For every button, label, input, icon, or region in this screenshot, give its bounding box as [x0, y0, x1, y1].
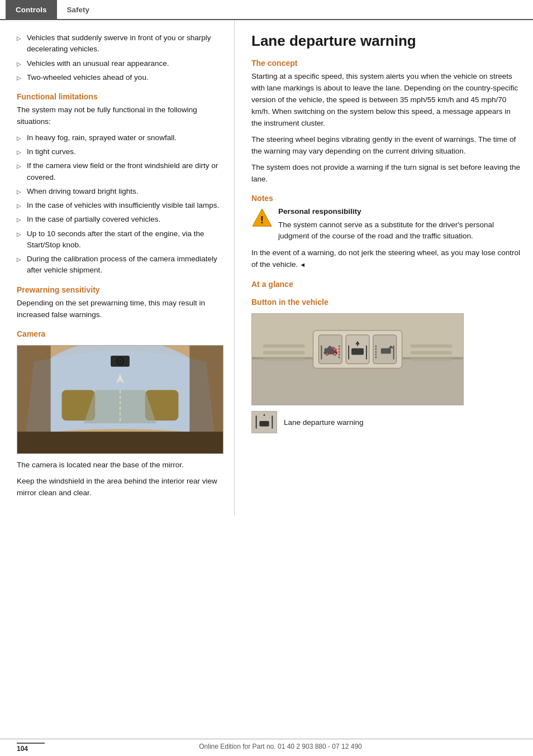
icon-caption-row: Lane departure warning — [251, 411, 521, 433]
notes-box: ! Personal responsibility The system can… — [251, 206, 521, 242]
camera-caption2: Keep the windshield in the area behind t… — [17, 476, 222, 499]
return-arrow: ◄ — [298, 261, 306, 268]
svg-rect-2 — [17, 432, 223, 454]
svg-rect-34 — [381, 348, 391, 353]
svg-rect-40 — [410, 357, 452, 361]
vehicle-button-image: 🚗 — [251, 313, 464, 405]
footer: 104 Online Edition for Part no. 01 40 2 … — [0, 739, 533, 756]
page-content: Vehicles that suddenly swerve in front o… — [0, 20, 533, 516]
right-column: Lane departure warning The concept Start… — [235, 20, 533, 516]
camera-image — [17, 345, 223, 454]
svg-rect-39 — [410, 351, 452, 354]
list-item: In heavy fog, rain, sprayed water or sno… — [17, 132, 222, 143]
button-in-vehicle-heading: Button in the vehicle — [251, 298, 521, 307]
svg-rect-38 — [410, 344, 452, 347]
footer-left: 104 — [17, 743, 45, 753]
list-item: In the case of partially covered vehicle… — [17, 214, 222, 225]
camera-caption1: The camera is located near the base of t… — [17, 460, 222, 471]
prewarning-text: Depending on the set prewarning time, th… — [17, 298, 222, 321]
list-item: Vehicles with an unusual rear appearance… — [17, 58, 222, 69]
notes-additional: In the event of a warning, do not jerk t… — [251, 247, 521, 271]
notes-content: Personal responsibility The system canno… — [278, 206, 521, 242]
footer-divider — [17, 743, 45, 744]
page-title: Lane departure warning — [251, 32, 521, 50]
tab-controls[interactable]: Controls — [6, 0, 57, 19]
notes-heading: Notes — [251, 194, 521, 203]
vehicle-button-illustration: 🚗 — [252, 314, 463, 405]
warning-icon: ! — [251, 207, 273, 228]
svg-rect-35 — [263, 344, 305, 347]
at-a-glance-heading: At a glance — [251, 280, 521, 289]
functional-limitations-heading: Functional limitations — [17, 92, 222, 101]
notes-warning-text: The system cannot serve as a substitute … — [278, 219, 521, 242]
list-item: Two-wheeled vehicles ahead of you. — [17, 72, 222, 83]
camera-heading: Camera — [17, 329, 222, 338]
concept-paragraph-1: Starting at a specific speed, this syste… — [251, 71, 521, 130]
intro-bullets: Vehicles that suddenly swerve in front o… — [17, 32, 222, 83]
camera-illustration — [17, 346, 223, 454]
list-item: During the calibration process of the ca… — [17, 253, 222, 276]
concept-paragraph-3: The system does not provide a warning if… — [251, 162, 521, 185]
list-item: Vehicles that suddenly swerve in front o… — [17, 32, 222, 55]
page-number: 104 — [17, 745, 28, 753]
svg-rect-28 — [351, 348, 364, 355]
prewarning-heading: Prewarning sensitivity — [17, 285, 222, 294]
notes-title: Personal responsibility — [278, 206, 521, 217]
list-item: When driving toward bright lights. — [17, 186, 222, 197]
list-item: Up to 10 seconds after the start of the … — [17, 228, 222, 251]
list-item: In tight curves. — [17, 146, 222, 157]
icon-caption-text: Lane departure warning — [284, 418, 364, 427]
concept-paragraph-2: The steering wheel begins vibrating gent… — [251, 134, 521, 157]
svg-rect-36 — [263, 351, 305, 354]
list-item: If the camera view field or the front wi… — [17, 160, 222, 183]
tab-safety[interactable]: Safety — [57, 0, 100, 19]
functional-limitations-intro: The system may not be fully functional i… — [17, 104, 222, 128]
lane-departure-icon-box — [251, 411, 277, 433]
functional-limitations-list: In heavy fog, rain, sprayed water or sno… — [17, 132, 222, 276]
svg-rect-25 — [324, 348, 334, 353]
svg-rect-45 — [259, 421, 269, 427]
svg-rect-37 — [263, 357, 305, 361]
svg-point-8 — [119, 360, 121, 362]
navigation-tabs: Controls Safety — [0, 0, 533, 20]
left-column: Vehicles that suddenly swerve in front o… — [0, 20, 235, 516]
concept-heading: The concept — [251, 59, 521, 68]
footer-center: Online Edition for Part no. 01 40 2 903 … — [199, 743, 362, 753]
list-item: In the case of vehicles with insufficien… — [17, 200, 222, 211]
svg-text:!: ! — [260, 214, 264, 226]
